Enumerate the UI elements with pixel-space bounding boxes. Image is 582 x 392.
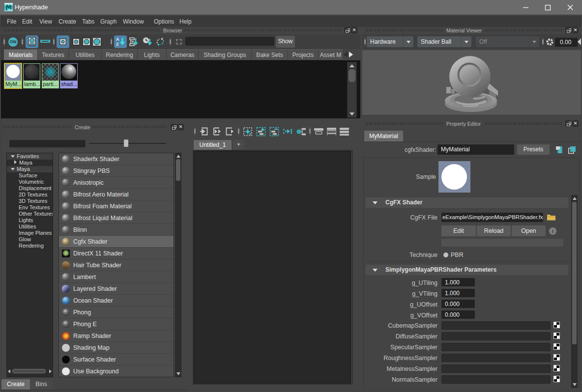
svg-text:A: A	[116, 37, 119, 42]
svg-text:Z: Z	[116, 42, 119, 47]
